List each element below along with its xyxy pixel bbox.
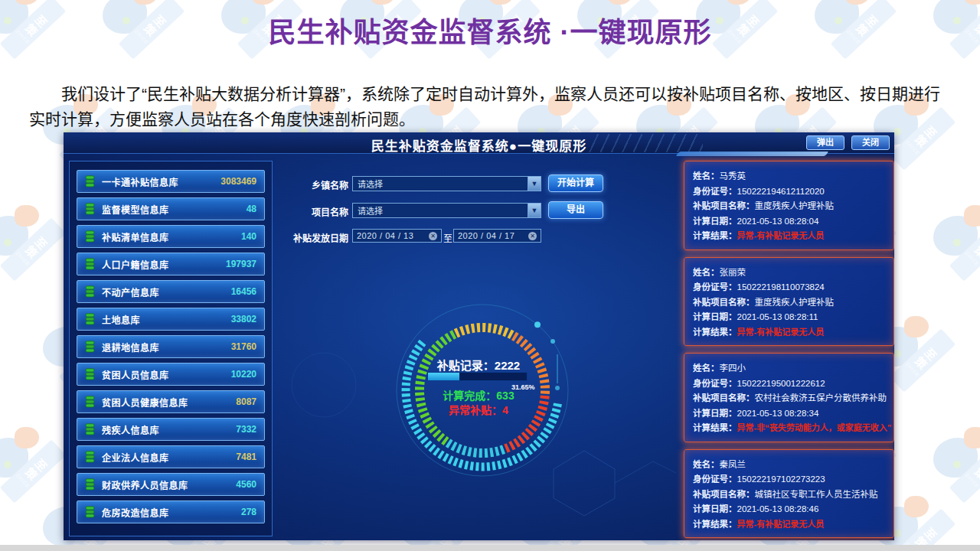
person-card[interactable]: 姓名：李四小身份证号：150222195001222612补贴项目名称：农村社会…: [684, 353, 894, 442]
clear-date-icon[interactable]: ✕: [528, 232, 537, 240]
sidebar-item[interactable]: 贫困人员信息库10220: [77, 363, 265, 386]
card-field-result: 计算结果：异常-有补贴记录无人员: [693, 229, 885, 241]
database-count: 7481: [236, 452, 256, 462]
card-field-id: 身份证号：150222197102273223: [693, 472, 885, 484]
card-field-value: 150222197102273223: [737, 474, 825, 484]
slide-title: 民生补贴资金监督系统 ·一键现原形: [0, 10, 980, 50]
sidebar-item[interactable]: 危房改造信息库278: [77, 500, 265, 523]
card-field-label: 身份证号：: [693, 282, 737, 292]
sidebar-item[interactable]: 残疾人信息库7332: [77, 418, 265, 441]
brand-watermark: 至策ZHICE: [930, 199, 980, 291]
sidebar-item[interactable]: 土地息库33802: [77, 308, 265, 331]
database-count: 197937: [226, 259, 256, 269]
slide-paragraph: 我们设计了“民生补贴大数据分析计算器”，系统除了定时自动计算外，监察人员还可以按…: [29, 82, 952, 132]
person-card[interactable]: 姓名：秦凤兰身份证号：150222197102273223补贴项目名称：城镇社区…: [684, 449, 894, 539]
subsidy-record-stat: 补贴记录：2222: [402, 357, 555, 373]
chevron-down-icon[interactable]: ▼: [528, 177, 541, 191]
card-field-label: 补贴项目名称：: [693, 393, 755, 403]
clear-date-icon[interactable]: ✕: [429, 232, 437, 240]
card-field-project: 补贴项目名称：重度残疾人护理补贴: [693, 199, 885, 211]
database-icon: [85, 258, 95, 270]
card-field-name: 姓名：张丽荣: [693, 266, 885, 278]
card-field-value: 2021-05-13 08:28:46: [737, 504, 819, 514]
abnormal-subsidy-stat: 异常补贴：4: [402, 402, 555, 417]
calc-done-stat: 计算完成：633: [402, 387, 555, 403]
dashboard: 民生补贴资金监督系统●一键现原形 弹出 关闭 一卡通补贴信息库3083469监督…: [64, 132, 894, 540]
card-field-label: 计算日期：: [693, 312, 737, 321]
project-name-label: 项目名称: [276, 205, 348, 218]
card-field-label: 身份证号：: [693, 187, 737, 196]
chevron-down-icon[interactable]: ▼: [528, 204, 541, 217]
sidebar-item[interactable]: 退耕地信息库31760: [77, 335, 265, 358]
database-label: 财政供养人员信息库: [102, 478, 188, 491]
subsidy-record-label: 补贴记录：: [437, 359, 495, 372]
sidebar-item[interactable]: 财政供养人员信息库4560: [77, 473, 265, 496]
card-field-value: 重度残疾人护理补贴: [755, 298, 835, 307]
export-button[interactable]: 导出: [548, 201, 603, 219]
sidebar-item[interactable]: 人口户籍信息库197937: [77, 253, 265, 276]
card-field-value: 异常-非“丧失劳动能力人，或家庭无收入”: [737, 423, 892, 432]
database-count: 3083469: [220, 176, 256, 187]
card-field-label: 计算日期：: [693, 504, 737, 514]
card-field-value: 马秀英: [720, 171, 746, 181]
card-field-project: 补贴项目名称：重度残疾人护理补贴: [693, 295, 885, 308]
card-field-label: 姓名：: [693, 364, 720, 373]
database-count: 48: [247, 204, 256, 214]
person-card[interactable]: 姓名：马秀英身份证号：150222194612112020补贴项目名称：重度残疾…: [684, 161, 894, 250]
card-field-value: 2021-05-13 08:28:34: [737, 409, 819, 418]
card-field-date: 计算日期：2021-05-13 08:28:46: [693, 502, 885, 514]
watermark-ribbon: 至策ZHICE: [890, 328, 956, 392]
card-field-value: 2021-05-13 08:28:11: [737, 312, 818, 321]
date-to-input[interactable]: 2020 / 04 / 17 ✕: [453, 229, 541, 243]
person-card[interactable]: 姓名：张丽荣身份证号：150222198110073824补贴项目名称：重度残疾…: [684, 257, 894, 347]
database-count: 10220: [231, 369, 256, 380]
database-icon: [85, 230, 95, 243]
sidebar-item[interactable]: 一卡通补贴信息库3083469: [77, 170, 265, 193]
card-field-label: 补贴项目名称：: [693, 490, 755, 499]
card-field-result: 计算结果：异常-非“丧失劳动能力人，或家庭无收入”: [693, 421, 885, 433]
card-field-value: 异常-有补贴记录无人员: [737, 328, 825, 337]
card-field-value: 150222194612112020: [737, 187, 825, 196]
database-icon: [85, 451, 95, 463]
card-field-id: 身份证号：150222194612112020: [693, 184, 885, 197]
database-label: 一卡通补贴信息库: [102, 175, 178, 188]
sidebar-item[interactable]: 补贴清单信息库140: [77, 225, 265, 248]
card-field-date: 计算日期：2021-05-13 08:28:11: [693, 310, 885, 322]
card-field-value: 异常-有补贴记录无人员: [737, 231, 825, 240]
database-label: 人口户籍信息库: [102, 258, 169, 271]
date-from-input[interactable]: 2020 / 04 / 13 ✕: [352, 229, 442, 243]
database-label: 贫困人员信息库: [102, 368, 169, 381]
card-field-value: 异常-有补贴记录无人员: [737, 520, 825, 529]
date-from-value: 2020 / 04 / 13: [357, 231, 429, 240]
card-field-value: 150222195001222612: [737, 379, 825, 388]
calc-done-value: 633: [496, 390, 514, 402]
database-icon: [85, 396, 95, 408]
card-field-label: 姓名：: [693, 268, 720, 277]
sidebar-item[interactable]: 贫困人员健康信息库8087: [77, 390, 265, 413]
card-field-label: 计算结果：: [693, 423, 737, 432]
start-calculation-button[interactable]: 开始计算: [548, 174, 603, 192]
project-select[interactable]: 请选择 ▼: [352, 203, 541, 218]
card-field-project: 补贴项目名称：农村社会救济五保户分散供养补助: [693, 391, 885, 403]
card-field-id: 身份证号：150222198110073824: [693, 280, 885, 292]
database-icon: [85, 313, 95, 325]
database-count: 4560: [236, 479, 256, 490]
sidebar-item[interactable]: 不动产信息库16456: [77, 280, 265, 303]
card-field-label: 补贴项目名称：: [693, 298, 755, 307]
database-label: 补贴清单信息库: [102, 230, 169, 243]
calc-progress-fill: [428, 373, 459, 380]
brand-watermark: 至策ZHICE: [930, 421, 980, 513]
database-icon: [85, 175, 95, 187]
database-count: 140: [241, 231, 256, 242]
abnormal-subsidy-value: 4: [502, 404, 508, 416]
popout-button[interactable]: 弹出: [806, 135, 844, 150]
card-field-value: 城镇社区专职工作人员生活补贴: [755, 490, 878, 499]
card-field-label: 身份证号：: [693, 474, 737, 484]
calc-done-label: 计算完成：: [443, 390, 496, 402]
close-button[interactable]: 关闭: [851, 135, 890, 150]
sidebar-item[interactable]: 企业法人信息库7481: [77, 445, 265, 468]
sidebar-item[interactable]: 监督模型信息库48: [77, 197, 265, 220]
database-icon: [85, 285, 95, 298]
card-field-label: 计算日期：: [693, 409, 737, 418]
town-select[interactable]: 请选择 ▼: [352, 176, 541, 191]
